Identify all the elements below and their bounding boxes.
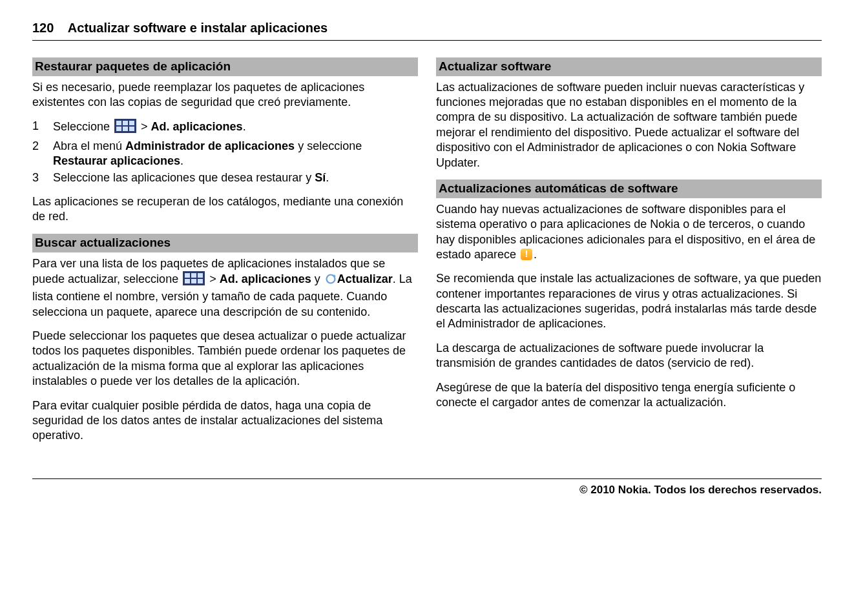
page-number: 120: [32, 21, 54, 35]
svg-rect-4: [116, 127, 121, 131]
svg-marker-15: [333, 274, 336, 277]
right-column: Actualizar software Las actualizaciones …: [436, 52, 822, 453]
page-header: 120 Actualizar software e instalar aplic…: [32, 19, 822, 41]
heading-updates: Buscar actualizaciones: [32, 234, 418, 252]
step-3: 3 Seleccione las aplicaciones que desea …: [32, 170, 418, 185]
restore-steps: 1 Seleccione > Ad. aplicaciones. 2 Abra …: [32, 119, 418, 185]
updates-p3: Para evitar cualquier posible pérdida de…: [32, 398, 418, 444]
step-number: 3: [32, 170, 53, 185]
step-body: Seleccione > Ad. aplicaciones.: [53, 119, 418, 137]
heading-restore: Restaurar paquetes de aplicación: [32, 57, 418, 76]
step-body: Abra el menú Administrador de aplicacion…: [53, 139, 418, 169]
warning-icon: [521, 249, 532, 260]
left-column: Restaurar paquetes de aplicación Si es n…: [32, 52, 418, 453]
apps-grid-icon: [114, 119, 136, 137]
updates-p2: Puede seleccionar los paquetes que desea…: [32, 329, 418, 389]
page: 120 Actualizar software e instalar aplic…: [32, 19, 822, 497]
restore-note: Las aplicaciones se recuperan de los cat…: [32, 194, 418, 225]
page-title: Actualizar software e instalar aplicacio…: [68, 21, 328, 35]
svg-rect-10: [198, 273, 203, 278]
auto-p2: Se recomienda que instale las actualizac…: [436, 271, 822, 332]
step-number: 1: [32, 119, 53, 137]
svg-rect-6: [129, 127, 134, 131]
refresh-icon: [325, 273, 337, 289]
auto-p1: Cuando hay nuevas actualizaciones de sof…: [436, 202, 822, 263]
auto-p3: La descarga de actualizaciones de softwa…: [436, 341, 822, 371]
svg-rect-13: [198, 279, 203, 283]
restore-intro: Si es necesario, puede reemplazar los pa…: [32, 80, 418, 110]
updates-p1: Para ver una lista de los paquetes de ap…: [32, 256, 418, 320]
footer-copyright: © 2010 Nokia. Todos los derechos reserva…: [32, 478, 822, 497]
svg-rect-8: [185, 273, 190, 278]
apps-grid-icon: [183, 271, 205, 289]
svg-rect-5: [123, 127, 128, 131]
update-sw-p1: Las actualizaciones de software pueden i…: [436, 80, 822, 170]
svg-rect-3: [129, 121, 134, 125]
svg-rect-12: [191, 279, 196, 283]
auto-p4: Asegúrese de que la batería del disposit…: [436, 380, 822, 411]
step-1: 1 Seleccione > Ad. aplicaciones.: [32, 119, 418, 137]
svg-rect-1: [116, 121, 121, 125]
svg-rect-11: [185, 279, 190, 283]
step-number: 2: [32, 139, 53, 169]
step-2: 2 Abra el menú Administrador de aplicaci…: [32, 139, 418, 169]
heading-auto-updates: Actualizaciones automáticas de software: [436, 180, 822, 198]
heading-update-sw: Actualizar software: [436, 57, 822, 76]
columns: Restaurar paquetes de aplicación Si es n…: [32, 52, 822, 453]
svg-rect-9: [191, 273, 196, 278]
svg-rect-2: [123, 121, 128, 125]
step-body: Seleccione las aplicaciones que desea re…: [53, 170, 418, 185]
